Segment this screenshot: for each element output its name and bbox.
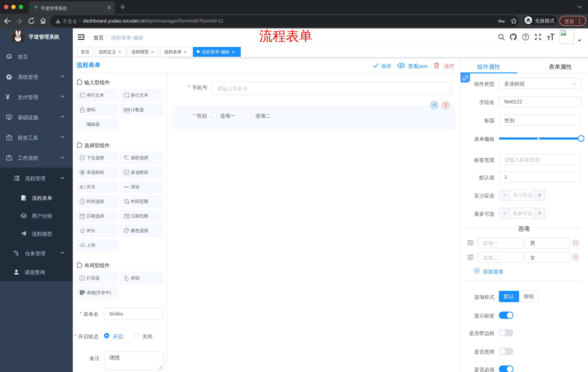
svg-text:123: 123 (123, 107, 130, 112)
